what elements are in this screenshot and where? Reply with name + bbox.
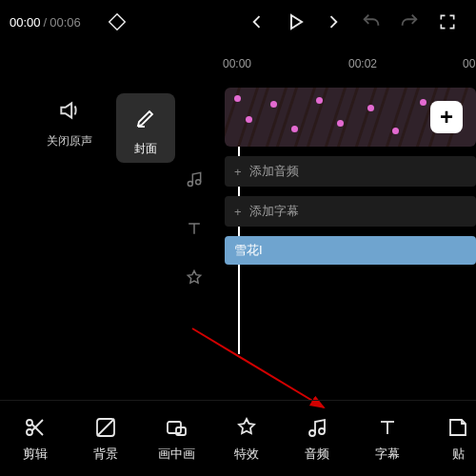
scissors-icon (24, 415, 47, 440)
sticker-icon (446, 415, 469, 440)
ruler-tick: 00:0 (463, 57, 476, 70)
play-icon[interactable] (276, 3, 314, 41)
tool-sticker[interactable]: 贴 (423, 415, 476, 463)
plus-icon: + (234, 205, 242, 219)
effect-clip[interactable]: 雪花I (225, 236, 476, 265)
effects-icon[interactable] (185, 268, 204, 291)
next-icon[interactable] (314, 3, 352, 41)
time-ruler[interactable]: 00:00 00:02 00:0 (215, 44, 476, 76)
tool-sub-label: 字幕 (375, 446, 400, 463)
mute-original-button[interactable]: 关闭原声 (40, 93, 99, 163)
svg-point-1 (188, 182, 192, 187)
time-total: 00:06 (50, 15, 81, 30)
svg-line-7 (97, 419, 114, 436)
svg-marker-0 (291, 15, 302, 29)
add-subtitle-label: 添加字幕 (249, 203, 299, 220)
tool-audio[interactable]: 音频 (282, 415, 352, 463)
keyframe-icon[interactable] (98, 3, 136, 41)
star-icon (235, 415, 258, 440)
tool-subtitle[interactable]: 字幕 (352, 415, 423, 463)
video-clip[interactable]: + (225, 88, 476, 147)
pencil-icon (116, 101, 175, 135)
tool-edit[interactable]: 剪辑 (0, 415, 70, 463)
time-separator: / (44, 15, 48, 30)
tool-effects[interactable]: 特效 (211, 415, 282, 463)
music-icon (306, 415, 328, 440)
mute-label: 关闭原声 (40, 133, 99, 149)
ruler-tick: 00:00 (223, 57, 251, 70)
add-clip-button[interactable]: + (430, 101, 463, 133)
effect-clip-label: 雪花I (234, 242, 263, 259)
svg-line-3 (192, 328, 324, 407)
tool-background[interactable]: 背景 (70, 415, 141, 463)
add-subtitle-track[interactable]: + 添加字幕 (225, 196, 476, 227)
time-current: 00:00 (10, 15, 41, 30)
tool-bg-label: 背景 (93, 446, 118, 463)
add-audio-track[interactable]: + 添加音频 (225, 156, 476, 187)
tool-pip[interactable]: 画中画 (141, 415, 211, 463)
text-icon[interactable] (185, 219, 204, 242)
background-icon (94, 415, 117, 440)
ruler-tick: 00:02 (348, 57, 377, 70)
tool-sticker-label: 贴 (452, 446, 465, 463)
undo-icon[interactable] (352, 3, 390, 41)
add-audio-label: 添加音频 (249, 163, 299, 180)
tool-pip-label: 画中画 (158, 446, 195, 463)
music-icon[interactable] (185, 169, 204, 192)
redo-icon[interactable] (390, 3, 428, 41)
fullscreen-icon[interactable] (428, 3, 466, 41)
bottom-toolbar: 剪辑 背景 画中画 特效 音频 字幕 贴 (0, 400, 476, 476)
prev-icon[interactable] (238, 3, 276, 41)
text-icon (376, 415, 399, 440)
cover-label: 封面 (116, 141, 175, 157)
tool-edit-label: 剪辑 (23, 446, 48, 463)
speaker-icon (40, 93, 99, 128)
pip-icon (165, 415, 188, 440)
tool-audio-label: 音频 (305, 446, 329, 463)
tool-fx-label: 特效 (234, 446, 259, 463)
cover-button[interactable]: 封面 (116, 93, 175, 163)
plus-icon: + (234, 165, 242, 179)
